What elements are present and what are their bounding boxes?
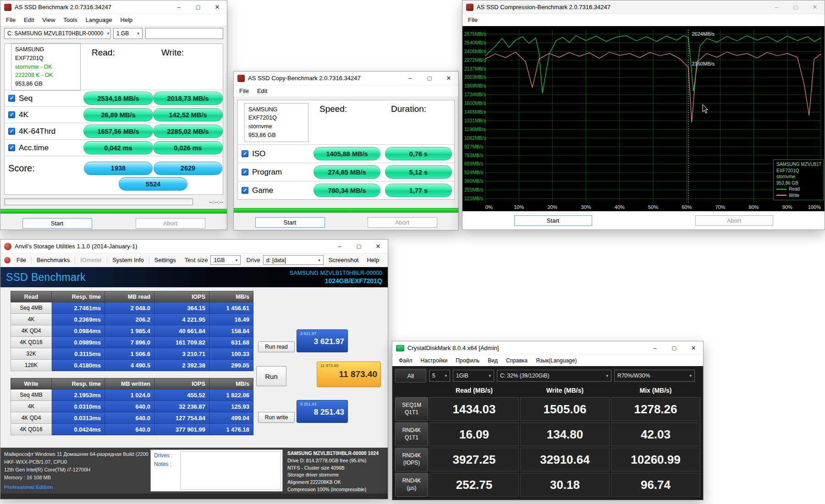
checkbox-checked[interactable] [8, 95, 15, 102]
run-button[interactable]: Run [256, 366, 286, 386]
test-label-button[interactable]: SEQ1MQ1T1 [395, 397, 428, 421]
cdm-select-1[interactable]: 1GiB [453, 370, 494, 382]
maximize-icon[interactable] [188, 0, 208, 14]
checkbox-checked[interactable] [242, 169, 248, 175]
start-button[interactable]: Start [22, 218, 92, 229]
minimize-icon[interactable] [645, 341, 665, 355]
speed-value-pill: 274,85 MB/s [314, 165, 380, 179]
notes-field[interactable] [180, 451, 281, 490]
checkbox-checked[interactable] [8, 144, 15, 151]
row-label-cell[interactable]: Seq 4MB [11, 302, 52, 314]
menu-item-file[interactable]: File [464, 15, 481, 25]
drive-select[interactable]: d: [data] [263, 255, 324, 265]
close-icon[interactable] [684, 341, 703, 355]
menu-item-edit[interactable]: Edit [253, 86, 271, 96]
test-label-line: RND4K [402, 452, 421, 460]
titlebar[interactable]: AS SSD Copy-Benchmark 2.0.7316.34247 [234, 71, 458, 85]
menu-item-system-info[interactable]: System Info [109, 255, 147, 265]
menu-item-item[interactable]: Вид [484, 356, 501, 365]
window-anvil-storage-utilities[interactable]: Anvil's Storage Utilities 1.1.0 (2014-Ja… [0, 239, 388, 499]
cdm-select-3[interactable]: R70%/W30% [614, 370, 695, 382]
row-label-cell[interactable]: 4K QD16 [11, 424, 52, 435]
checkbox-checked[interactable] [242, 150, 248, 157]
menu-item-item[interactable]: Профиль [452, 356, 483, 365]
row-label-cell[interactable]: Seq 4MB [11, 389, 52, 401]
checkbox-checked[interactable] [242, 187, 248, 194]
menu-item-language[interactable]: Language [82, 15, 116, 25]
device-model: 1024GB/EXF7201Q [290, 277, 382, 285]
checkbox-checked[interactable] [8, 111, 15, 118]
menu-item-item[interactable]: Настройки [417, 356, 451, 365]
menu-item-settings[interactable]: Settings [151, 255, 179, 265]
chevron-down-icon [314, 258, 320, 263]
window-as-ssd-copy-benchmark[interactable]: AS SSD Copy-Benchmark 2.0.7316.34247 Fil… [233, 71, 459, 230]
test-label-button[interactable]: RND4K(µs) [395, 473, 428, 497]
start-button[interactable]: Start [255, 217, 325, 228]
minimize-icon[interactable] [330, 240, 349, 253]
checkbox-checked[interactable] [8, 128, 15, 135]
maximize-icon[interactable] [665, 341, 684, 355]
row-label-cell[interactable]: 32K [11, 348, 52, 360]
menu-item-item[interactable]: Файл [395, 356, 416, 365]
menu-item-file[interactable]: File [13, 255, 29, 265]
svg-text:1331MB/s: 1331MB/s [464, 118, 486, 123]
disk-info-line: Storage driver stornvme [287, 471, 385, 479]
abort-button[interactable]: Abort [368, 217, 437, 228]
drives-label: Drives : [154, 452, 173, 459]
menu-item-language[interactable]: Язык(Language) [532, 356, 580, 365]
test-size-select[interactable]: 1GB [210, 255, 241, 265]
test-label-button[interactable]: RND4KQ1T1 [395, 422, 428, 446]
menu-item-view[interactable]: View [38, 15, 59, 25]
cdm-select-2[interactable]: C: 32% (39/120GiB) [497, 370, 611, 382]
start-button[interactable]: Start [514, 215, 592, 226]
window-crystaldiskmark[interactable]: CrystalDiskMark 8.0.4 x64 [Admin] ФайлНа… [392, 341, 704, 500]
titlebar[interactable]: CrystalDiskMark 8.0.4 x64 [Admin] [392, 341, 703, 355]
menu-item-tools[interactable]: Tools [60, 15, 81, 25]
minimize-icon[interactable] [767, 0, 786, 14]
row-label-cell[interactable]: 4K [11, 314, 52, 325]
menu-item-iometer[interactable]: IOmeter [77, 255, 105, 265]
all-button[interactable]: All [395, 369, 426, 383]
maximize-icon[interactable] [420, 71, 439, 85]
row-label-cell[interactable]: 128K [11, 360, 52, 371]
menu-item-help[interactable]: Help [363, 255, 382, 265]
abort-button[interactable]: Abort [695, 215, 773, 226]
test-label-button[interactable]: RND4K(IOPS) [395, 448, 428, 471]
svg-text:1600MB/s: 1600MB/s [464, 100, 486, 106]
run-write-button[interactable]: Run write [258, 412, 295, 423]
close-icon[interactable] [439, 71, 458, 85]
titlebar[interactable]: AS SSD Compression-Benchmark 2.0.7316.34… [462, 0, 825, 14]
test-size-select[interactable]: 1 GB [113, 28, 143, 39]
titlebar[interactable]: Anvil's Storage Utilities 1.1.0 (2014-Ja… [0, 240, 388, 253]
close-icon[interactable] [368, 240, 388, 253]
row-label-cell[interactable]: 4K QD16 [11, 337, 52, 348]
text-field[interactable] [145, 28, 223, 39]
drive-select[interactable]: C: SAMSUNG MZVLB1T0HBLR-00000 [4, 28, 110, 39]
close-icon[interactable] [208, 0, 227, 14]
window-as-ssd-compression-benchmark[interactable]: AS SSD Compression-Benchmark 2.0.7316.34… [462, 0, 825, 230]
close-icon[interactable] [805, 0, 825, 14]
menu-item-edit[interactable]: Edit [20, 15, 38, 25]
row-label-cell[interactable]: 4K [11, 401, 52, 412]
menu-item-file[interactable]: File [2, 15, 19, 25]
titlebar[interactable]: AS SSD Benchmark 2.0.7316.34247 [0, 0, 227, 14]
run-read-button[interactable]: Run read [258, 341, 295, 352]
minimize-icon[interactable] [169, 0, 188, 14]
menu-item-screenshot[interactable]: Screenshot [325, 255, 362, 265]
minimize-icon[interactable] [401, 71, 420, 85]
abort-button[interactable]: Abort [136, 218, 205, 229]
menu-item-benchmarks[interactable]: Benchmarks [33, 255, 73, 265]
copy-row-game: Game780,34 MB/s1,77 s [238, 181, 454, 199]
row-label-cell[interactable]: 4K QD4 [11, 412, 52, 424]
svg-text:659MB/s: 659MB/s [464, 161, 483, 166]
cdm-select-0[interactable]: 5 [429, 370, 450, 382]
row-label-cell[interactable]: 4K QD4 [11, 325, 52, 337]
menu-item-item[interactable]: Справка [502, 356, 531, 365]
value-cell: 0.0310ms [52, 401, 105, 412]
window-as-ssd-benchmark[interactable]: AS SSD Benchmark 2.0.7316.34247 FileEdit… [0, 0, 227, 230]
menu-item-help[interactable]: Help [117, 15, 137, 25]
maximize-icon[interactable] [349, 240, 368, 253]
menu-item-file[interactable]: File [236, 86, 253, 96]
result-row-rnd4k-s: RND4K(µs)252.7530.1896.74 [395, 473, 700, 497]
maximize-icon[interactable] [786, 0, 805, 14]
